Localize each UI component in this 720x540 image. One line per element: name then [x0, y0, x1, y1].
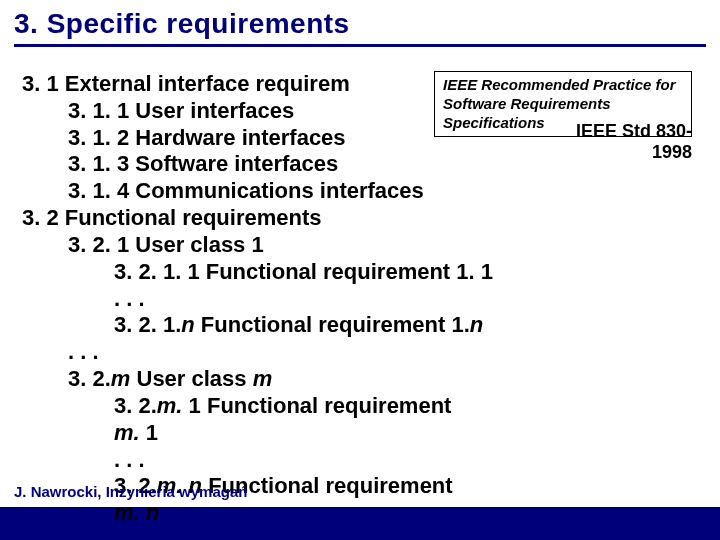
ieee-box-line3: Specifications	[443, 114, 545, 131]
ieee-std-line1: IEEE Std 830-	[576, 121, 692, 141]
line-3-2-1-1: 3. 2. 1. 1 Functional requirement 1. 1	[22, 259, 706, 286]
title-gap	[0, 51, 720, 71]
seg-c: 1 Functional requirement	[183, 393, 452, 418]
seg-c: Functional requirement 1.	[195, 312, 470, 337]
seg-d: m	[253, 366, 273, 391]
slide-title: 3. Specific requirements	[14, 8, 706, 40]
dots-3: . . .	[22, 447, 706, 474]
line-3-2-1-n: 3. 2. 1.n Functional requirement 1.n	[22, 312, 706, 339]
seg-a: m. n	[114, 500, 159, 525]
ieee-std-line2: 1998	[652, 142, 692, 162]
dots-2: . . .	[22, 339, 706, 366]
line-3-2-1: 3. 2. 1 User class 1	[22, 232, 706, 259]
seg-b: m.	[157, 393, 183, 418]
seg-a: m.	[114, 420, 140, 445]
body-area: IEEE Recommended Practice for Software R…	[0, 71, 720, 507]
line-3-2-m: 3. 2.m User class m	[22, 366, 706, 393]
ieee-box-line2: Software Requirements	[443, 95, 611, 112]
seg-b: 1	[140, 420, 158, 445]
line-3-2-m-1: 3. 2.m. 1 Functional requirement	[22, 393, 706, 420]
ieee-std-label: IEEE Std 830- 1998	[576, 121, 692, 162]
seg-b: n	[181, 312, 194, 337]
dots-1: . . .	[22, 286, 706, 313]
seg-a: 3. 2.	[114, 393, 157, 418]
seg-c: User class	[130, 366, 252, 391]
line-m-1: m. 1	[22, 420, 706, 447]
seg-a: 3. 2.	[68, 366, 111, 391]
slide: 3. Specific requirements IEEE Recommende…	[0, 0, 720, 540]
title-underline	[14, 44, 706, 47]
seg-b: m	[111, 366, 131, 391]
title-area: 3. Specific requirements	[0, 0, 720, 51]
line-3-1-4: 3. 1. 4 Communications interfaces	[22, 178, 706, 205]
ieee-box-line1: IEEE Recommended Practice for	[443, 76, 676, 93]
line-m-n: m. n	[22, 500, 706, 527]
line-3-2: 3. 2 Functional requirements	[22, 205, 706, 232]
seg-d: n	[470, 312, 483, 337]
seg-a: 3. 2. 1.	[114, 312, 181, 337]
slide-footer: J. Nawrocki, Inżynieria wymagań	[14, 483, 247, 501]
